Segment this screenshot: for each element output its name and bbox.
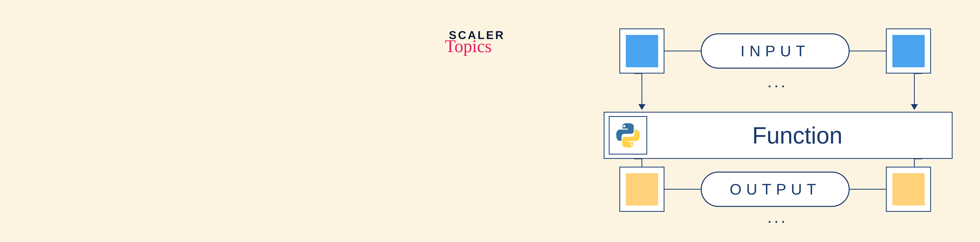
input-box-left: [619, 29, 665, 73]
arrow-tr-h: [914, 73, 922, 74]
input-pill: INPUT: [701, 33, 850, 68]
arrow-tr-head: [911, 104, 918, 110]
arrow-tl-v: [641, 73, 642, 105]
function-bar: Function: [604, 112, 953, 159]
input-row: INPUT ...: [619, 29, 937, 73]
input-box-left-fill: [626, 35, 658, 67]
input-connector-left: [665, 51, 701, 51]
input-connector-right: [850, 51, 886, 51]
input-box-right: [886, 29, 931, 73]
output-box-right-fill: [892, 173, 925, 205]
arrow-tl-h: [634, 73, 642, 74]
function-diagram: INPUT ... Function OUTPUT: [604, 29, 953, 212]
output-row: OUTPUT ...: [619, 167, 937, 212]
output-box-right: [886, 167, 931, 212]
output-box-left: [619, 167, 665, 212]
python-icon: [614, 122, 642, 149]
scaler-topics-logo: SCALER Topics: [449, 29, 505, 53]
logo-topics-text: Topics: [445, 39, 492, 53]
function-label: Function: [647, 122, 947, 149]
output-label: OUTPUT: [730, 180, 821, 198]
output-connector-left: [665, 189, 701, 189]
input-box-right-fill: [892, 35, 925, 67]
output-pill: OUTPUT: [701, 172, 850, 207]
arrow-br-h: [914, 158, 922, 159]
output-ellipsis: ...: [768, 212, 788, 226]
output-connector-right: [850, 189, 886, 189]
arrow-tr-v: [914, 73, 915, 105]
output-box-left-fill: [626, 173, 658, 205]
input-ellipsis: ...: [768, 76, 788, 90]
arrow-bl-h: [634, 158, 642, 159]
input-label: INPUT: [740, 42, 810, 60]
python-icon-box: [609, 116, 647, 154]
arrow-tl-head: [638, 104, 646, 110]
